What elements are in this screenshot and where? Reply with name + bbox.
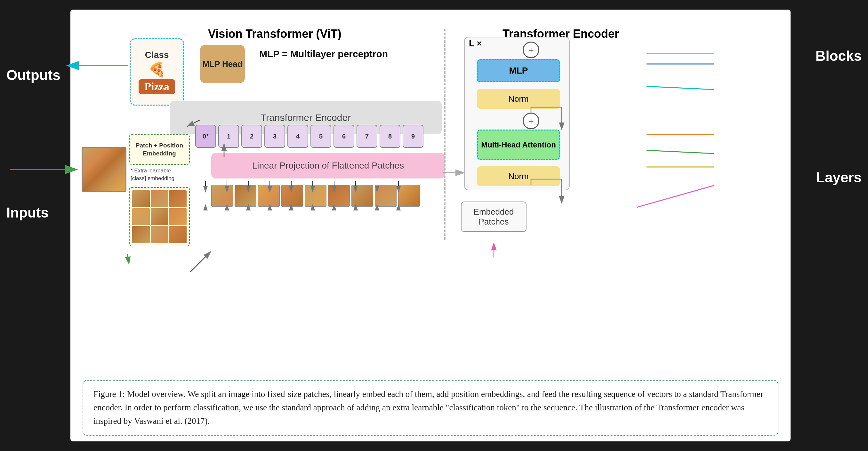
pizza-label: Pizza [138,79,175,94]
token-4: 4 [287,125,308,148]
mlp-head-label: MLP Head [202,59,242,69]
pizza-patches-grid [129,187,190,246]
token-6: 6 [334,125,354,148]
vit-title: Vision Transformer (ViT) [208,27,341,41]
plus-circle-1: + [523,41,539,58]
figure-caption: Figure 1: Model overview. We split an im… [83,380,778,436]
patch-strip-item [281,185,303,206]
token-2: 2 [241,125,262,148]
patch-cell [169,208,187,225]
patch-cell [132,226,150,243]
patch-strip-item [398,185,420,206]
main-panel: Vision Transformer (ViT) Transformer Enc… [70,9,790,442]
tokens-row: 0* 1 2 3 4 5 6 7 8 9 [195,125,424,148]
mlp-head-box: MLP Head [200,45,245,83]
embedded-patches-box: Embedded Patches [461,201,527,232]
patch-pos-embedding-box: Patch + Position Embedding [129,134,190,165]
svg-line-41 [127,254,129,264]
patch-strip-item [211,185,233,206]
rp-norm2-box: Norm [477,166,560,186]
token-1: 1 [218,125,239,148]
lx-label: L × [469,38,482,49]
layers-label: Layers [816,169,862,186]
mlp-eq-label: MLP = Multilayer perceptron [259,47,388,61]
patch-strip-item [351,185,373,206]
outputs-label: Outputs [6,67,61,83]
rp-norm1-box: Norm [477,89,560,109]
dashed-separator [444,29,445,240]
patch-cell [132,208,150,225]
svg-line-31 [190,252,211,272]
extra-learnable-note: * Extra learnable[class] embedding [131,167,175,182]
patch-strip-item [328,185,350,206]
pizza-icon: 🍕 [148,61,166,78]
pizza-original-image [82,147,126,192]
patch-cell [169,190,187,207]
patch-strip-item [305,185,327,206]
token-0: 0* [195,125,216,148]
blocks-label: Blocks [815,48,862,64]
token-9: 9 [403,125,424,148]
patch-cell [151,226,168,243]
patch-strip-item [258,185,280,206]
class-output-box: Class 🍕 Pizza [130,38,184,105]
token-5: 5 [310,125,331,148]
linear-proj-box: Linear Projection of Flattened Patches [211,153,445,179]
patch-cell [151,190,168,207]
patch-cell [169,226,187,243]
class-label: Class [145,50,169,60]
patch-cell [151,208,168,225]
rp-mha-box: Multi-Head Attention [477,130,560,160]
patch-strip-item [375,185,397,206]
token-7: 7 [356,125,377,148]
inputs-label: Inputs [6,205,49,221]
token-8: 8 [380,125,400,148]
rp-mlp-box: MLP [477,59,560,82]
plus-circle-2: + [523,112,539,129]
token-3: 3 [265,125,285,148]
patch-strip-item [235,185,256,206]
patch-strip-row [211,185,420,206]
patch-cell [132,190,150,207]
